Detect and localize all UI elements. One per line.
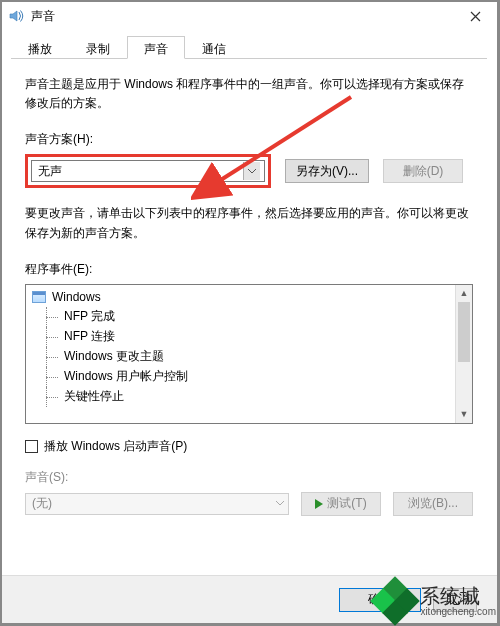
tab-sounds[interactable]: 声音 (127, 36, 185, 59)
chevron-down-icon (276, 501, 284, 506)
event-item[interactable]: 关键性停止 (26, 387, 472, 407)
events-label: 程序事件(E): (25, 261, 473, 278)
scheme-select[interactable]: 无声 (31, 160, 265, 182)
event-item[interactable]: NFP 完成 (26, 307, 472, 327)
delete-button: 删除(D) (383, 159, 463, 183)
scroll-up-icon[interactable]: ▲ (456, 285, 472, 302)
windows-icon (32, 291, 46, 303)
browse-button: 浏览(B)... (393, 492, 473, 516)
tab-playback[interactable]: 播放 (11, 36, 69, 59)
close-button[interactable] (453, 1, 497, 31)
chevron-down-icon (243, 162, 260, 180)
window-title: 声音 (31, 8, 55, 25)
play-startup-label: 播放 Windows 启动声音(P) (44, 438, 187, 455)
scheme-label: 声音方案(H): (25, 131, 473, 148)
tabs: 播放 录制 声音 通信 (11, 35, 487, 59)
play-icon (315, 499, 323, 509)
change-description: 要更改声音，请单击以下列表中的程序事件，然后选择要应用的声音。你可以将更改保存为… (25, 204, 473, 242)
scheme-highlight: 无声 (25, 154, 271, 188)
event-item[interactable]: Windows 更改主题 (26, 347, 472, 367)
play-startup-checkbox[interactable] (25, 440, 38, 453)
titlebar: 声音 (1, 1, 497, 31)
dialog-footer: 确定 取消 (1, 575, 497, 623)
sound-dialog: 声音 播放 录制 声音 通信 声音主题是应用于 Windows 和程序事件中的一… (0, 0, 498, 624)
cancel-button[interactable]: 取消 (433, 588, 477, 612)
close-icon (470, 11, 481, 22)
sound-label: 声音(S): (25, 469, 473, 486)
theme-description: 声音主题是应用于 Windows 和程序事件中的一组声音。你可以选择现有方案或保… (25, 75, 473, 113)
scroll-thumb[interactable] (458, 302, 470, 362)
scroll-down-icon[interactable]: ▼ (456, 406, 472, 423)
scrollbar[interactable]: ▲ ▼ (455, 285, 472, 423)
tab-communications[interactable]: 通信 (185, 36, 243, 59)
save-as-button[interactable]: 另存为(V)... (285, 159, 369, 183)
scheme-value: 无声 (38, 163, 62, 180)
tab-recording[interactable]: 录制 (69, 36, 127, 59)
event-item[interactable]: NFP 连接 (26, 327, 472, 347)
sound-select: (无) (25, 493, 289, 515)
events-listbox[interactable]: Windows NFP 完成 NFP 连接 Windows 更改主题 Windo… (25, 284, 473, 424)
play-startup-row[interactable]: 播放 Windows 启动声音(P) (25, 438, 473, 455)
test-button: 测试(T) (301, 492, 381, 516)
sound-value: (无) (32, 495, 52, 512)
event-item[interactable]: Windows 用户帐户控制 (26, 367, 472, 387)
ok-button[interactable]: 确定 (339, 588, 421, 612)
events-root-item[interactable]: Windows (26, 287, 472, 307)
tab-content: 声音主题是应用于 Windows 和程序事件中的一组声音。你可以选择现有方案或保… (1, 59, 497, 516)
sound-icon (7, 7, 25, 25)
